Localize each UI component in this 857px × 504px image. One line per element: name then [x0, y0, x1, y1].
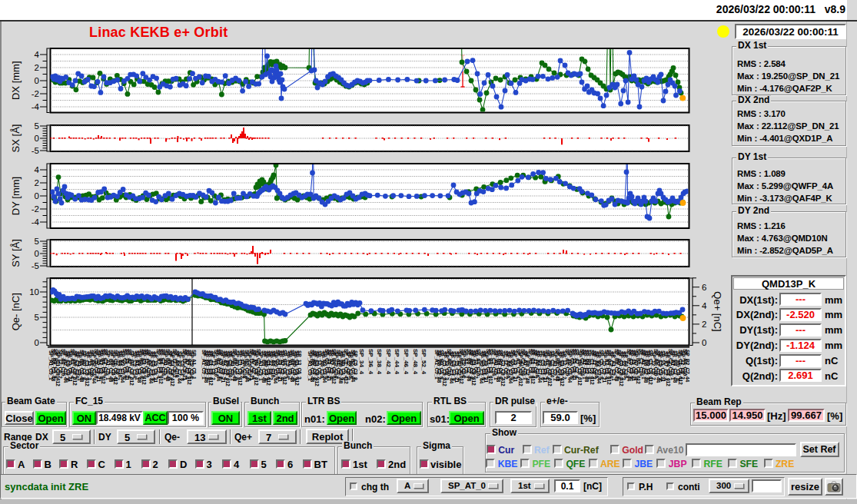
svg-text:2: 2	[35, 178, 39, 187]
svg-text:SP_46_4: SP_46_4	[403, 349, 410, 374]
svg-text:0: 0	[35, 134, 39, 143]
svg-text:0: 0	[702, 338, 706, 347]
svg-text:0: 0	[35, 338, 39, 347]
svg-text:Qe+ [nC]: Qe+ [nC]	[712, 291, 722, 331]
svg-text:-4: -4	[32, 217, 40, 227]
svg-text:SP_C5_C3_8: SP_C5_C3_8	[353, 350, 358, 380]
svg-text:0: 0	[35, 76, 39, 85]
svg-text:SX [Å]: SX [Å]	[10, 124, 22, 153]
svg-text:4: 4	[35, 50, 40, 59]
svg-text:5: 5	[35, 313, 39, 322]
svg-text:SP_42_4: SP_42_4	[385, 349, 392, 374]
svg-text:SP_36_4: SP_36_4	[367, 349, 374, 374]
svg-text:SP_34_4: SP_34_4	[358, 349, 365, 374]
svg-text:SP_12_C6_2: SP_12_C6_2	[297, 350, 302, 380]
svg-text:-4: -4	[32, 102, 40, 111]
svg-text:Qe- [nC]: Qe- [nC]	[10, 293, 22, 330]
svg-text:SY [Å]: SY [Å]	[10, 239, 22, 267]
svg-text:SP_B2_C7_44: SP_B2_C7_44	[685, 350, 690, 383]
svg-text:4: 4	[702, 301, 707, 310]
svg-text:0: 0	[35, 249, 39, 258]
svg-text:4: 4	[35, 165, 40, 174]
svg-text:2: 2	[35, 63, 39, 72]
svg-text:5: 5	[35, 237, 39, 246]
svg-text:2: 2	[702, 320, 706, 329]
svg-text:SP_A1_C5_1: SP_A1_C5_1	[191, 350, 197, 380]
svg-text:6: 6	[702, 283, 706, 292]
svg-text:-2: -2	[32, 204, 39, 214]
svg-text:-2: -2	[32, 89, 39, 98]
svg-text:5: 5	[35, 121, 39, 131]
svg-text:SP_38_4: SP_38_4	[376, 349, 383, 374]
svg-text:10: 10	[29, 287, 39, 297]
svg-text:SP_52_4: SP_52_4	[420, 349, 427, 374]
svg-text:0: 0	[35, 191, 39, 201]
svg-text:DX [mm]: DX [mm]	[10, 61, 22, 100]
svg-text:-5: -5	[32, 261, 39, 270]
svg-text:SP_44_4: SP_44_4	[394, 349, 400, 374]
svg-text:DY [mm]: DY [mm]	[10, 177, 22, 215]
svg-text:-5: -5	[32, 146, 39, 155]
svg-text:SP_48_4: SP_48_4	[412, 349, 419, 374]
